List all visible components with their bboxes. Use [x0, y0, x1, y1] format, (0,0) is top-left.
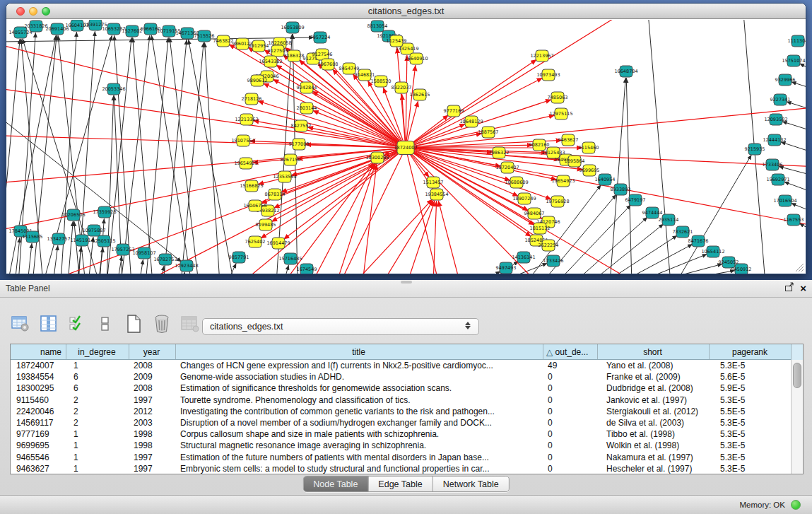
network-canvas[interactable]: 1405572420331826206914061660410318391275… [6, 20, 806, 274]
table-cell[interactable]: 49 [543, 360, 598, 371]
table-cell[interactable]: 0 [543, 440, 598, 451]
table-cell[interactable]: Nakamura et al. (1997) [598, 452, 710, 463]
graph-edge[interactable] [53, 245, 58, 274]
column-header-year[interactable]: year [129, 344, 176, 359]
table-cell[interactable]: 0 [543, 463, 598, 474]
graph-edge[interactable] [480, 271, 500, 274]
table-cell[interactable]: Yano et al. (2008) [598, 360, 710, 371]
table-cell[interactable]: 9465546 [11, 452, 66, 463]
table-cell[interactable]: 2008 [129, 382, 176, 394]
table-cell[interactable]: 9115460 [11, 395, 66, 406]
float-panel-button[interactable] [784, 282, 794, 294]
table-cell[interactable]: Corpus callosum shape and size in male p… [176, 428, 543, 440]
table-row[interactable]: 969969511998Structural magnetic resonanc… [11, 440, 803, 451]
table-cell[interactable]: 0 [543, 395, 598, 406]
table-cell[interactable]: 5.9E-5 [710, 382, 792, 394]
table-row[interactable]: 911546021997Tourette syndrome. Phenomeno… [11, 395, 803, 406]
graph-edge[interactable] [589, 224, 664, 274]
table-cell[interactable]: 9699695 [11, 440, 66, 451]
column-header-in-degree[interactable]: in_degree [66, 344, 129, 359]
graph-edge[interactable] [283, 265, 289, 274]
table-cell[interactable]: 5.5E-5 [710, 406, 792, 417]
table-cell[interactable]: 1997 [129, 463, 176, 474]
close-panel-button[interactable]: × [800, 283, 806, 293]
table-cell[interactable]: Tourette syndrome. Phenomenology and cla… [176, 395, 543, 406]
table-cell[interactable]: Wolkin et al. (1998) [598, 440, 710, 451]
graph-edge[interactable] [646, 20, 671, 274]
graph-edge[interactable] [68, 221, 73, 274]
graph-edge[interactable] [273, 79, 406, 148]
column-header-out-de-[interactable]: △ out_de... [543, 344, 598, 359]
table-cell[interactable]: 2 [66, 395, 129, 406]
table-cell[interactable]: 9463627 [11, 463, 66, 474]
graph-edge[interactable] [781, 142, 806, 155]
tab-network-table[interactable]: Network Table [433, 477, 509, 491]
graph-edge[interactable] [406, 65, 416, 148]
memory-status-indicator[interactable] [791, 500, 801, 510]
table-mode-button[interactable] [10, 313, 31, 334]
delete-column-button[interactable] [151, 313, 172, 334]
table-cell[interactable]: Embryonic stem cells: a model to study s… [176, 463, 543, 474]
graph-edge[interactable] [189, 40, 234, 274]
table-cell[interactable]: 2008 [129, 360, 176, 371]
table-cell[interactable]: 6 [66, 371, 129, 382]
table-cell[interactable]: 5.6E-5 [710, 371, 792, 382]
delete-table-button[interactable] [180, 313, 201, 334]
table-cell[interactable]: 1 [66, 463, 129, 474]
table-cell[interactable]: 9777169 [11, 428, 66, 440]
table-cell[interactable]: 18300295 [11, 382, 66, 394]
table-cell[interactable]: 0 [543, 382, 598, 394]
window-titlebar[interactable]: citations_edges.txt [6, 4, 806, 19]
table-cell[interactable]: Stergiakouli et al. (2012) [598, 406, 710, 417]
table-cell[interactable]: Jankovic et al. (1997) [598, 395, 710, 406]
table-vertical-scrollbar[interactable] [791, 360, 803, 474]
graph-edge[interactable] [610, 78, 625, 274]
table-cell[interactable]: 5.3E-5 [710, 360, 792, 371]
graph-edge[interactable] [406, 107, 806, 148]
graph-edge[interactable] [263, 83, 406, 148]
column-header-short[interactable]: short [598, 344, 710, 359]
table-row[interactable]: 946362711997Embryonic stem cells: a mode… [11, 463, 803, 474]
table-cell[interactable]: 5.3E-5 [710, 428, 792, 440]
table-cell[interactable]: 14569117 [11, 417, 66, 428]
table-cell[interactable]: 2 [66, 406, 129, 417]
table-row[interactable]: 2242004622012Investigating the contribut… [11, 406, 803, 417]
column-header-pagerank[interactable]: pagerank [710, 344, 792, 359]
graph-edge[interactable] [28, 243, 32, 274]
table-cell[interactable]: Investigating the contribution of common… [176, 406, 543, 417]
table-cell[interactable]: 5.3E-5 [710, 417, 792, 428]
graph-edge[interactable] [787, 102, 806, 112]
table-cell[interactable]: 18724007 [11, 360, 66, 371]
table-cell[interactable]: 0 [543, 417, 598, 428]
table-cell[interactable]: 2009 [129, 371, 176, 382]
table-row[interactable]: 977716911998Corpus callosum shape and si… [11, 428, 803, 440]
table-cell[interactable]: Franke et al. (2009) [598, 371, 710, 382]
graph-edge[interactable] [433, 201, 437, 274]
table-cell[interactable]: Changes of HCN gene expression and I(f) … [176, 360, 543, 371]
graph-edge[interactable] [782, 122, 806, 134]
table-row[interactable]: 946554611997Estimation of the future num… [11, 452, 803, 463]
table-cell[interactable]: 5.3E-5 [710, 463, 792, 474]
create-column-button[interactable] [123, 313, 144, 334]
column-header-name[interactable]: name [11, 344, 66, 359]
graph-edge[interactable] [556, 205, 631, 274]
graph-edge[interactable] [139, 259, 143, 274]
graph-edge[interactable] [406, 59, 537, 148]
table-cell[interactable]: Tibbo et al. (1998) [598, 428, 710, 440]
table-cell[interactable]: 22420046 [11, 406, 66, 417]
graph-edge[interactable] [382, 200, 433, 274]
graph-edge[interactable] [619, 244, 693, 274]
graph-edge[interactable] [792, 82, 806, 91]
table-cell[interactable]: 1 [66, 440, 129, 451]
table-cell[interactable]: 2 [66, 417, 129, 428]
table-cell[interactable]: Genome-wide association studies in ADHD. [176, 371, 543, 382]
graph-edge[interactable] [283, 148, 406, 240]
table-row[interactable]: 1938455462009Genome-wide association stu… [11, 371, 803, 382]
table-cell[interactable]: 6 [66, 382, 129, 394]
table-cell[interactable]: 2012 [129, 406, 176, 417]
table-cell[interactable]: 0 [543, 428, 598, 440]
graph-edge[interactable] [799, 223, 806, 235]
graph-edge[interactable] [438, 201, 460, 274]
table-cell[interactable]: 5.3E-5 [710, 395, 792, 406]
table-cell[interactable]: 1997 [129, 395, 176, 406]
